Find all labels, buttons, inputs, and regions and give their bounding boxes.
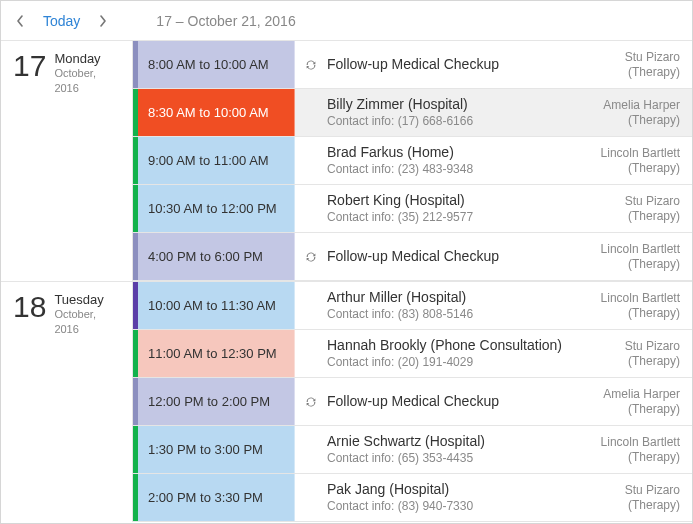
appointment-title: Arnie Schwartz (Hospital) — [327, 433, 570, 450]
time-label: 4:00 PM to 6:00 PM — [148, 249, 263, 264]
staff-info: Amelia Harper(Therapy) — [578, 98, 682, 128]
staff-role: (Therapy) — [578, 113, 680, 128]
appointment-row[interactable]: 2:00 PM to 3:30 PMPak Jang (Hospital)Con… — [133, 474, 692, 522]
appointment-row[interactable]: 11:00 AM to 12:30 PMHannah Brookly (Phon… — [133, 330, 692, 378]
recurring-icon — [304, 395, 318, 409]
time-chip: 9:00 AM to 11:00 AM — [133, 137, 295, 184]
staff-info: Lincoln Bartlett(Therapy) — [578, 242, 682, 272]
appointment-details: Pak Jang (Hospital)Contact info: (83) 94… — [295, 474, 692, 521]
appointment-row[interactable]: 10:30 AM to 12:00 PMRobert King (Hospita… — [133, 185, 692, 233]
day-number: 17 — [13, 49, 46, 83]
appointment-subtitle: Contact info: (20) 191-4029 — [327, 354, 570, 371]
day-name: Monday — [54, 51, 122, 66]
chevron-right-icon — [99, 15, 107, 27]
time-chip: 2:00 PM to 3:30 PM — [133, 474, 295, 521]
prev-button[interactable] — [9, 9, 31, 33]
staff-name: Stu Pizaro — [578, 339, 680, 354]
appointment-details: Arnie Schwartz (Hospital)Contact info: (… — [295, 426, 692, 473]
today-button[interactable]: Today — [37, 13, 86, 29]
day-block: 18TuesdayOctober, 201610:00 AM to 11:30 … — [1, 281, 692, 522]
appointment-title: Brad Farkus (Home) — [327, 144, 570, 161]
appointment-subtitle: Contact info: (65) 353-4435 — [327, 450, 570, 467]
appointment-column: 10:00 AM to 11:30 AMArthur Miller (Hospi… — [133, 282, 692, 522]
appointment-title: Follow-up Medical Checkup — [327, 56, 570, 73]
appointment-subtitle: Contact info: (83) 808-5146 — [327, 306, 570, 323]
staff-name: Lincoln Bartlett — [578, 291, 680, 306]
staff-name: Stu Pizaro — [578, 483, 680, 498]
time-label: 10:30 AM to 12:00 PM — [148, 201, 277, 216]
staff-name: Stu Pizaro — [578, 50, 680, 65]
appointment-subtitle: Contact info: (17) 668-6166 — [327, 113, 570, 130]
staff-info: Stu Pizaro(Therapy) — [578, 339, 682, 369]
time-chip: 1:30 PM to 3:00 PM — [133, 426, 295, 473]
appointment-subtitle: Contact info: (23) 483-9348 — [327, 161, 570, 178]
time-chip: 4:00 PM to 6:00 PM — [133, 233, 295, 280]
time-chip: 11:00 AM to 12:30 PM — [133, 330, 295, 377]
day-block: 17MondayOctober, 20168:00 AM to 10:00 AM… — [1, 41, 692, 281]
staff-info: Stu Pizaro(Therapy) — [578, 50, 682, 80]
recurring-indicator — [303, 250, 319, 264]
recurring-icon — [304, 58, 318, 72]
day-header[interactable]: 17MondayOctober, 2016 — [1, 41, 133, 281]
date-range-label: 17 – October 21, 2016 — [156, 13, 295, 29]
staff-name: Lincoln Bartlett — [578, 435, 680, 450]
chevron-left-icon — [16, 15, 24, 27]
appointment-title: Hannah Brookly (Phone Consultation) — [327, 337, 570, 354]
appointment-row[interactable]: 9:00 AM to 11:00 AMBrad Farkus (Home)Con… — [133, 137, 692, 185]
staff-info: Lincoln Bartlett(Therapy) — [578, 291, 682, 321]
staff-role: (Therapy) — [578, 209, 680, 224]
staff-info: Amelia Harper(Therapy) — [578, 387, 682, 417]
appointment-row[interactable]: 10:00 AM to 11:30 AMArthur Miller (Hospi… — [133, 282, 692, 330]
day-subtitle: October, 2016 — [54, 66, 122, 96]
staff-info: Stu Pizaro(Therapy) — [578, 483, 682, 513]
staff-name: Stu Pizaro — [578, 194, 680, 209]
staff-role: (Therapy) — [578, 402, 680, 417]
time-chip: 8:30 AM to 10:00 AM — [133, 89, 295, 136]
toolbar: Today 17 – October 21, 2016 — [1, 1, 692, 41]
time-label: 8:30 AM to 10:00 AM — [148, 105, 269, 120]
time-label: 11:00 AM to 12:30 PM — [148, 346, 277, 361]
staff-role: (Therapy) — [578, 354, 680, 369]
appointment-column: 8:00 AM to 10:00 AMFollow-up Medical Che… — [133, 41, 692, 281]
time-label: 1:30 PM to 3:00 PM — [148, 442, 263, 457]
appointment-details: Follow-up Medical CheckupStu Pizaro(Ther… — [295, 41, 692, 88]
appointment-title: Follow-up Medical Checkup — [327, 248, 570, 265]
appointment-row[interactable]: 8:00 AM to 10:00 AMFollow-up Medical Che… — [133, 41, 692, 89]
appointment-title: Robert King (Hospital) — [327, 192, 570, 209]
appointment-details: Brad Farkus (Home)Contact info: (23) 483… — [295, 137, 692, 184]
day-name: Tuesday — [54, 292, 122, 307]
agenda-scroll-area[interactable]: 17MondayOctober, 20168:00 AM to 10:00 AM… — [1, 41, 692, 523]
appointment-title: Pak Jang (Hospital) — [327, 481, 570, 498]
time-label: 2:00 PM to 3:30 PM — [148, 490, 263, 505]
time-chip: 12:00 PM to 2:00 PM — [133, 378, 295, 425]
staff-name: Lincoln Bartlett — [578, 242, 680, 257]
appointment-row[interactable]: 4:00 PM to 6:00 PMFollow-up Medical Chec… — [133, 233, 692, 281]
time-label: 10:00 AM to 11:30 AM — [148, 298, 276, 313]
staff-role: (Therapy) — [578, 498, 680, 513]
next-button[interactable] — [92, 9, 114, 33]
appointment-details: Hannah Brookly (Phone Consultation)Conta… — [295, 330, 692, 377]
appointment-row[interactable]: 1:30 PM to 3:00 PMArnie Schwartz (Hospit… — [133, 426, 692, 474]
appointment-details: Arthur Miller (Hospital)Contact info: (8… — [295, 282, 692, 329]
appointment-details: Billy Zimmer (Hospital)Contact info: (17… — [295, 89, 692, 136]
staff-info: Lincoln Bartlett(Therapy) — [578, 435, 682, 465]
staff-role: (Therapy) — [578, 65, 680, 80]
recurring-indicator — [303, 58, 319, 72]
time-label: 8:00 AM to 10:00 AM — [148, 57, 269, 72]
appointment-title: Arthur Miller (Hospital) — [327, 289, 570, 306]
recurring-icon — [304, 250, 318, 264]
staff-info: Lincoln Bartlett(Therapy) — [578, 146, 682, 176]
appointment-row[interactable]: 8:30 AM to 10:00 AMBilly Zimmer (Hospita… — [133, 89, 692, 137]
staff-info: Stu Pizaro(Therapy) — [578, 194, 682, 224]
appointment-title: Billy Zimmer (Hospital) — [327, 96, 570, 113]
appointment-subtitle: Contact info: (35) 212-9577 — [327, 209, 570, 226]
day-header[interactable]: 18TuesdayOctober, 2016 — [1, 282, 133, 522]
day-subtitle: October, 2016 — [54, 307, 122, 337]
time-chip: 10:00 AM to 11:30 AM — [133, 282, 295, 329]
time-chip: 8:00 AM to 10:00 AM — [133, 41, 295, 88]
staff-role: (Therapy) — [578, 450, 680, 465]
appointment-details: Robert King (Hospital)Contact info: (35)… — [295, 185, 692, 232]
staff-name: Amelia Harper — [578, 387, 680, 402]
appointment-row[interactable]: 12:00 PM to 2:00 PMFollow-up Medical Che… — [133, 378, 692, 426]
staff-name: Amelia Harper — [578, 98, 680, 113]
